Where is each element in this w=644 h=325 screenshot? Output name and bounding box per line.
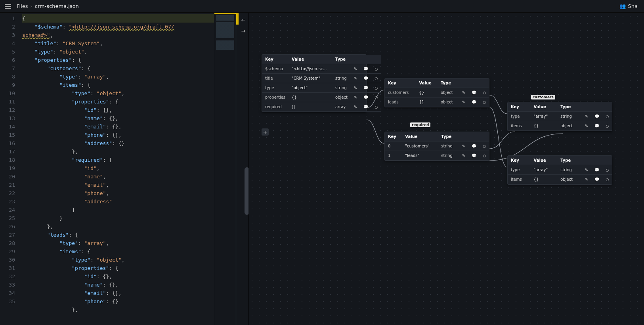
- comment-icon[interactable]: 💬: [591, 175, 602, 184]
- schema-node-customers[interactable]: KeyValueTypetype"array"string✎💬○items{}o…: [507, 102, 612, 131]
- schema-node-required[interactable]: KeyValueType0"customers"string✎💬○1"leads…: [384, 132, 489, 161]
- breadcrumb-separator: ›: [31, 3, 32, 9]
- row-key: 0: [385, 141, 402, 151]
- edit-icon[interactable]: ✎: [459, 151, 468, 161]
- output-port[interactable]: ○: [480, 98, 489, 107]
- comment-icon[interactable]: 💬: [468, 141, 480, 151]
- node-row[interactable]: 0"customers"string✎💬○: [385, 141, 489, 151]
- row-value: "array": [531, 112, 558, 121]
- node-row[interactable]: items{}object✎💬○: [508, 175, 612, 184]
- row-key: leads: [385, 98, 416, 107]
- comment-icon[interactable]: 💬: [360, 64, 371, 74]
- node-row[interactable]: items{}object✎💬○: [508, 121, 612, 131]
- collapse-right-icon[interactable]: →: [239, 26, 248, 36]
- minimap[interactable]: [214, 13, 236, 325]
- comment-icon[interactable]: 💬: [360, 102, 371, 112]
- breadcrumb: Files › crm-schema.json: [17, 3, 79, 9]
- row-key: $schema: [262, 64, 289, 74]
- row-value: {}: [289, 93, 332, 102]
- code-content[interactable]: { "$schema": "<http://json-schema.org/dr…: [19, 13, 214, 325]
- node-row[interactable]: customers{}object✎💬○: [385, 88, 489, 98]
- row-value: {}: [531, 121, 558, 131]
- output-port[interactable]: ○: [480, 88, 489, 98]
- row-key: type: [508, 165, 531, 175]
- edit-icon[interactable]: ✎: [459, 88, 468, 98]
- row-value: {}: [416, 88, 438, 98]
- row-key: title: [262, 74, 289, 83]
- edit-icon[interactable]: ✎: [582, 175, 591, 184]
- row-value: "array": [531, 165, 558, 175]
- panel-divider[interactable]: ← →: [236, 13, 248, 325]
- edge-label-required: required: [410, 122, 430, 127]
- row-value: "<http://json-schema.org/draft-07/schema…: [289, 64, 332, 74]
- output-port[interactable]: ○: [371, 93, 381, 102]
- comment-icon[interactable]: 💬: [591, 112, 602, 121]
- graph-canvas[interactable]: KeyValueType$schema"<http://json-schema.…: [248, 13, 644, 325]
- edit-icon[interactable]: ✎: [582, 112, 591, 121]
- comment-icon[interactable]: 💬: [591, 121, 602, 131]
- edit-icon[interactable]: ✎: [351, 102, 360, 112]
- output-port[interactable]: ○: [480, 151, 489, 161]
- collapse-left-icon[interactable]: ←: [239, 15, 248, 25]
- node-row[interactable]: leads{}object✎💬○: [385, 98, 489, 107]
- output-port[interactable]: ○: [480, 141, 489, 151]
- line-gutter: 1234567891011121314151617181920212223242…: [0, 13, 19, 325]
- row-key: items: [508, 121, 531, 131]
- row-value: "leads": [402, 151, 438, 161]
- output-port[interactable]: ○: [602, 112, 612, 121]
- row-value: "object": [289, 83, 332, 93]
- row-value: {}: [531, 175, 558, 184]
- output-port[interactable]: ○: [602, 175, 612, 184]
- schema-node-leads[interactable]: KeyValueTypetype"array"string✎💬○items{}o…: [507, 155, 612, 185]
- row-value: "customers": [402, 141, 438, 151]
- row-type: [332, 64, 351, 74]
- breadcrumb-root[interactable]: Files: [17, 3, 28, 9]
- edit-icon[interactable]: ✎: [582, 165, 591, 175]
- schema-node-props[interactable]: KeyValueTypecustomers{}object✎💬○leads{}o…: [384, 78, 489, 107]
- output-port[interactable]: ○: [371, 83, 381, 93]
- row-value: {}: [416, 98, 438, 107]
- breadcrumb-file[interactable]: crm-schema.json: [35, 3, 79, 9]
- output-port[interactable]: ○: [371, 64, 381, 74]
- share-label: Sha: [628, 3, 638, 9]
- node-row[interactable]: required[]array✎💬○: [262, 102, 381, 112]
- node-row[interactable]: 1"leads"string✎💬○: [385, 151, 489, 161]
- row-key: type: [262, 83, 289, 93]
- node-row[interactable]: $schema"<http://json-schema.org/draft-07…: [262, 64, 381, 74]
- row-key: required: [262, 102, 289, 112]
- edit-icon[interactable]: ✎: [351, 64, 360, 74]
- output-port[interactable]: ○: [602, 165, 612, 175]
- edit-icon[interactable]: ✎: [351, 93, 360, 102]
- edit-icon[interactable]: ✎: [582, 121, 591, 131]
- edit-icon[interactable]: ✎: [459, 141, 468, 151]
- edit-icon[interactable]: ✎: [459, 98, 468, 107]
- comment-icon[interactable]: 💬: [468, 98, 480, 107]
- edit-icon[interactable]: ✎: [351, 83, 360, 93]
- node-row[interactable]: type"array"string✎💬○: [508, 112, 612, 121]
- node-row[interactable]: type"array"string✎💬○: [508, 165, 612, 175]
- code-editor[interactable]: 1234567891011121314151617181920212223242…: [0, 13, 236, 325]
- node-row[interactable]: title"CRM System"string✎💬○: [262, 74, 381, 83]
- comment-icon[interactable]: 💬: [468, 88, 480, 98]
- comment-icon[interactable]: 💬: [360, 83, 371, 93]
- comment-icon[interactable]: 💬: [360, 93, 371, 102]
- row-type: string: [557, 165, 582, 175]
- row-type: object: [438, 88, 459, 98]
- output-port[interactable]: ○: [371, 74, 381, 83]
- output-port[interactable]: ○: [602, 121, 612, 131]
- comment-icon[interactable]: 💬: [468, 151, 480, 161]
- schema-node-root[interactable]: KeyValueType$schema"<http://json-schema.…: [262, 54, 367, 112]
- row-type: string: [332, 74, 351, 83]
- node-row[interactable]: type"object"string✎💬○: [262, 83, 381, 93]
- output-port[interactable]: ○: [371, 102, 381, 112]
- edit-icon[interactable]: ✎: [351, 74, 360, 83]
- row-type: object: [332, 93, 351, 102]
- row-key: customers: [385, 88, 416, 98]
- node-row[interactable]: properties{}object✎💬○: [262, 93, 381, 102]
- comment-icon[interactable]: 💬: [591, 165, 602, 175]
- comment-icon[interactable]: 💬: [360, 74, 371, 83]
- add-node-button[interactable]: +: [262, 128, 269, 136]
- share-button[interactable]: 👥 Sha: [616, 2, 641, 11]
- row-type: array: [332, 102, 351, 112]
- menu-icon[interactable]: [3, 2, 13, 11]
